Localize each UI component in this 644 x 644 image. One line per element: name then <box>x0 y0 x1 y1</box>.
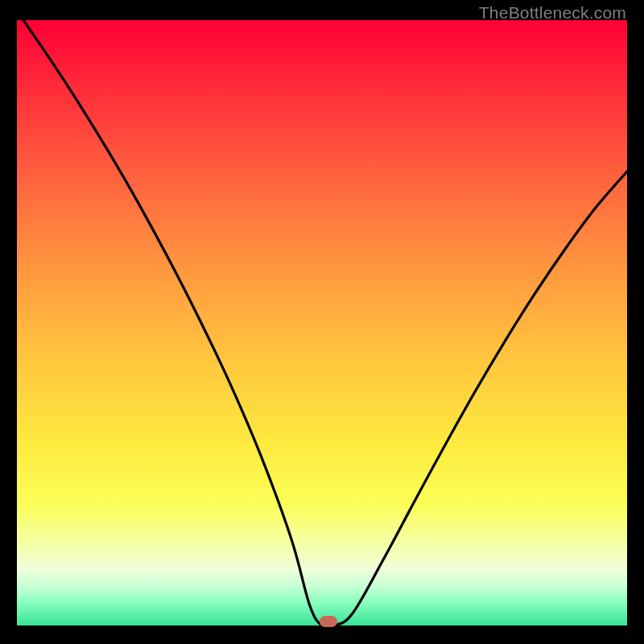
chart-frame <box>17 20 627 625</box>
chart-curve-svg <box>17 20 627 625</box>
bottleneck-curve <box>17 20 627 625</box>
chart-marker <box>320 616 337 627</box>
